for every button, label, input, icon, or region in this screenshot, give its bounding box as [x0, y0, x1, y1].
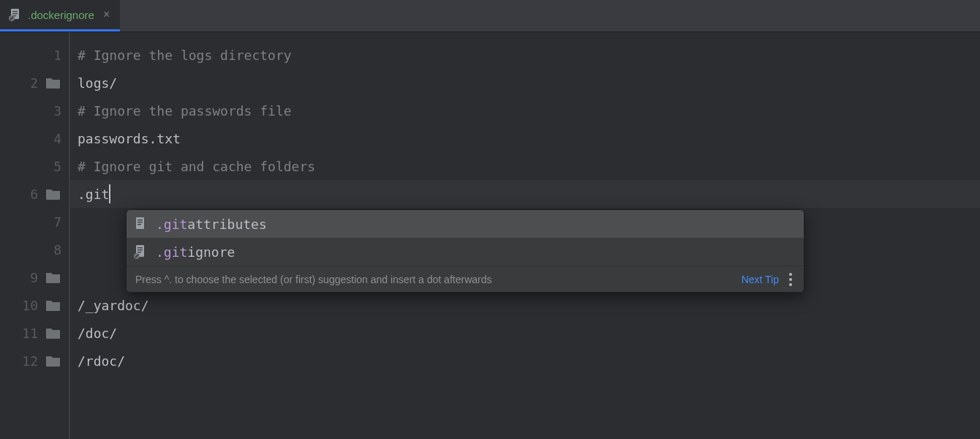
code-text: passwords.txt: [78, 131, 181, 146]
code-line[interactable]: logs/: [70, 69, 980, 97]
svg-rect-2: [12, 13, 18, 14]
completion-match: .git: [156, 217, 187, 232]
gutter-line[interactable]: 10: [0, 291, 69, 319]
completion-popup: .gitattributes.gitignore Press ^. to cho…: [126, 209, 804, 293]
code-text: /rdoc/: [78, 353, 125, 369]
code-text: /_yardoc/: [78, 298, 149, 313]
line-number: 12: [19, 353, 38, 369]
code-line[interactable]: /rdoc/: [70, 347, 980, 375]
file-with-badge-icon: [9, 8, 22, 21]
code-line[interactable]: passwords.txt: [70, 124, 980, 152]
line-number: 1: [42, 48, 61, 63]
tab-label: .dockerignore: [28, 9, 94, 21]
folder-icon: [45, 76, 61, 89]
folder-icon: [45, 299, 61, 312]
completion-footer: Press ^. to choose the selected (or firs…: [127, 266, 804, 292]
gutter-line[interactable]: 12: [0, 347, 69, 375]
svg-rect-11: [137, 247, 143, 248]
line-number: 4: [42, 131, 61, 146]
gutter-line[interactable]: 6: [0, 180, 69, 208]
gutter-line[interactable]: 11: [0, 319, 69, 347]
svg-rect-9: [137, 224, 141, 225]
gutter-line[interactable]: 7: [0, 208, 69, 236]
line-number: 3: [42, 103, 61, 119]
svg-rect-12: [137, 249, 143, 250]
folder-icon: [45, 354, 61, 367]
line-number: 8: [42, 242, 61, 258]
gutter-line[interactable]: 9: [0, 263, 69, 291]
gutter-line[interactable]: 3: [0, 97, 69, 124]
gutter-line[interactable]: 1: [0, 41, 69, 69]
code-line[interactable]: # Ignore the passwords file: [70, 97, 980, 124]
code-line[interactable]: # Ignore git and cache folders: [70, 152, 980, 180]
comment-text: # Ignore the logs directory: [78, 48, 292, 63]
close-icon[interactable]: ×: [100, 8, 113, 21]
code-text: .git: [78, 187, 109, 202]
gutter-line[interactable]: 8: [0, 236, 69, 263]
code-area[interactable]: # Ignore the logs directorylogs/# Ignore…: [70, 32, 980, 439]
completion-text: .gitattributes: [156, 217, 267, 232]
line-number: 2: [19, 75, 38, 91]
line-number: 7: [42, 214, 61, 230]
tab-bar: .dockerignore ×: [0, 0, 980, 32]
completion-rest: attributes: [187, 217, 266, 232]
code-text: /doc/: [78, 326, 117, 341]
file-with-badge-icon: [134, 244, 147, 259]
completion-rest: ignore: [187, 244, 235, 260]
editor: 123456789101112 # Ignore the logs direct…: [0, 32, 980, 439]
svg-rect-1: [12, 11, 18, 12]
line-number: 5: [42, 159, 61, 174]
code-text: logs/: [78, 75, 117, 91]
text-cursor: [109, 184, 110, 203]
line-number: 6: [19, 187, 38, 202]
svg-rect-7: [137, 220, 143, 220]
svg-rect-6: [136, 217, 144, 229]
completion-match: .git: [156, 244, 187, 260]
comment-text: # Ignore the passwords file: [78, 103, 292, 119]
tab-dockerignore[interactable]: .dockerignore ×: [0, 0, 120, 31]
folder-icon: [45, 187, 61, 200]
svg-rect-8: [137, 222, 143, 222]
completion-text: .gitignore: [156, 244, 235, 260]
next-tip-link[interactable]: Next Tip: [742, 274, 779, 285]
code-line[interactable]: # Ignore the logs directory: [70, 41, 980, 69]
file-icon: [134, 217, 147, 231]
code-line[interactable]: /_yardoc/: [70, 291, 980, 319]
gutter-line[interactable]: 5: [0, 152, 69, 180]
folder-icon: [45, 326, 61, 339]
svg-rect-13: [137, 252, 141, 252]
line-number: 9: [19, 270, 38, 285]
line-number: 11: [19, 326, 38, 341]
code-line[interactable]: /doc/: [70, 319, 980, 347]
gutter-line[interactable]: 2: [0, 69, 69, 97]
code-line[interactable]: .git: [70, 180, 980, 208]
completion-item[interactable]: .gitattributes: [127, 210, 804, 238]
comment-text: # Ignore git and cache folders: [78, 159, 315, 174]
folder-icon: [45, 271, 61, 284]
completion-item[interactable]: .gitignore: [127, 238, 804, 266]
line-number: 10: [19, 298, 38, 313]
gutter: 123456789101112: [0, 32, 70, 439]
completion-tip-text: Press ^. to choose the selected (or firs…: [135, 274, 734, 285]
kebab-menu-icon[interactable]: [786, 270, 795, 289]
gutter-line[interactable]: 4: [0, 124, 69, 152]
